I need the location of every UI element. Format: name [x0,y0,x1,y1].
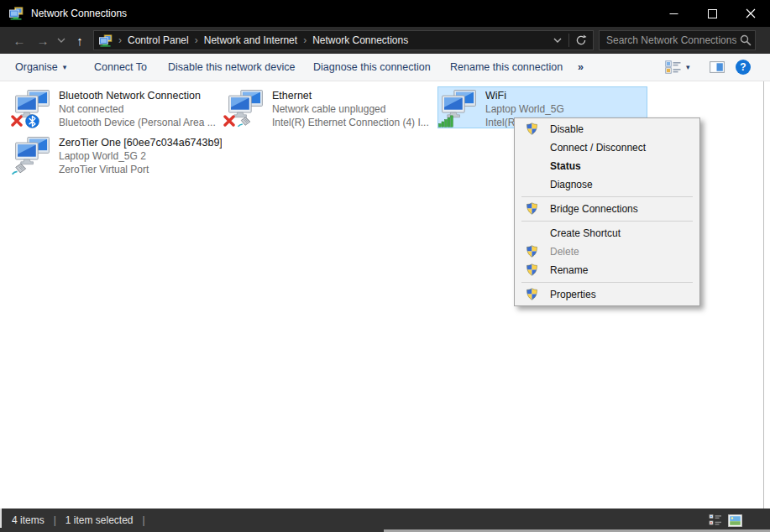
address-dropdown-button[interactable] [547,31,568,50]
disable-device-button[interactable]: Disable this network device [168,54,295,81]
refresh-icon [575,34,587,46]
rename-connection-button[interactable]: Rename this connection [450,54,563,81]
help-button[interactable]: ? [736,54,751,81]
chevron-down-icon [553,38,562,43]
up-button[interactable]: ↑ [69,27,91,54]
disable-device-label: Disable this network device [168,61,295,73]
search-button[interactable] [736,31,755,50]
maximize-button[interactable] [693,0,731,27]
breadcrumb-control-panel[interactable]: Control Panel [128,34,189,46]
command-toolbar: Organise ▾ Connect To Disable this netwo… [0,54,770,81]
chevron-down-icon [57,38,65,43]
connection-name: WiFi [485,89,564,102]
preview-pane-button[interactable] [710,54,725,81]
uac-shield-icon [526,123,538,135]
rj45-plug-icon [238,115,252,128]
connect-to-label: Connect To [94,61,147,73]
menu-item-label: Delete [550,246,579,258]
menu-item-label: Create Shortcut [550,227,621,239]
network-adapter-icon [440,90,480,127]
connection-device: ZeroTier Virtual Port [59,163,222,176]
menu-item-connect-disconnect[interactable]: Connect / Disconnect [515,138,699,157]
search-icon [740,34,752,46]
titlebar: Network Connections [0,0,770,27]
menu-item-properties[interactable]: Properties [515,285,699,304]
connection-device: Intel(R) Ethernet Connection (4) I... [272,116,429,129]
status-bar: 4 items | 1 item selected | [0,509,770,532]
minimize-button[interactable] [654,0,693,27]
uac-shield-icon [526,245,538,258]
address-location-icon [98,34,113,47]
network-connections-app-icon [8,7,24,20]
forward-button[interactable]: → [32,27,54,54]
red-x-icon [223,115,235,127]
change-view-button[interactable] [665,54,682,81]
connection-tile-text: ZeroTier One [60ee7c034a6743b9] Laptop W… [59,134,222,176]
minimize-icon [669,9,678,18]
connection-tile-zerotier[interactable]: ZeroTier One [60ee7c034a6743b9] Laptop W… [12,134,222,176]
connection-status: Not connected [59,102,216,116]
search-input[interactable] [600,34,736,46]
connection-name: ZeroTier One [60ee7c034a6743b9] [59,136,222,149]
menu-item-disable[interactable]: Disable [515,120,699,138]
navigation-bar: ← → ↑ › Control Panel › Network and Inte… [0,27,770,54]
window-left-border [0,509,2,528]
recent-locations-button[interactable] [54,27,69,54]
menu-item-status[interactable]: Status [515,157,699,175]
diagnose-connection-button[interactable]: Diagnose this connection [313,54,431,81]
network-adapter-icon [13,90,54,127]
connection-tile-bluetooth[interactable]: Bluetooth Network Connection Not connect… [12,87,222,129]
menu-item-label: Bridge Connections [550,203,638,215]
network-adapter-icon [13,137,54,174]
menu-item-bridge-connections[interactable]: Bridge Connections [515,200,699,218]
breadcrumb-network-connections[interactable]: Network Connections [312,34,408,46]
breadcrumb-separator-icon: › [113,34,128,46]
large-icons-view-icon [728,514,742,527]
connection-name: Bluetooth Network Connection [59,89,216,102]
window-controls [654,0,770,27]
rj45-plug-icon [12,161,28,175]
status-divider: | [54,514,56,526]
menu-item-label: Disable [550,123,584,135]
connection-tile-ethernet[interactable]: Ethernet Network cable unplugged Intel(R… [225,87,435,129]
red-x-icon [11,115,23,127]
toolbar-overflow-button[interactable]: » [578,54,584,81]
rename-connection-label: Rename this connection [450,61,563,73]
organise-button[interactable]: Organise ▾ [15,54,66,81]
menu-item-label: Status [550,160,581,172]
address-bar-controls [547,31,593,50]
breadcrumb-separator-icon: › [189,34,204,46]
details-view-icon [709,514,722,527]
menu-item-create-shortcut[interactable]: Create Shortcut [515,224,699,243]
overflow-chevron-icon: » [578,61,584,73]
items-count: 4 items [12,514,45,526]
breadcrumb-network-and-internet[interactable]: Network and Internet [204,34,297,46]
connection-tile-text: Bluetooth Network Connection Not connect… [59,87,216,129]
menu-item-label: Connect / Disconnect [550,142,646,154]
connection-status: Laptop World_5G [485,102,564,116]
breadcrumb-separator-icon: › [297,34,312,46]
wifi-signal-icon [438,115,454,128]
change-view-dropdown[interactable]: ▾ [686,54,690,81]
menu-item-diagnose[interactable]: Diagnose [515,175,699,194]
help-icon: ? [736,60,751,75]
back-button[interactable]: ← [8,27,30,54]
window-title: Network Connections [31,8,127,19]
view-toggle-buttons [708,514,742,527]
address-bar[interactable]: › Control Panel › Network and Internet ›… [93,30,594,50]
refresh-button[interactable] [569,31,593,50]
status-divider: | [143,514,145,526]
bluetooth-icon [25,114,39,128]
connection-status: Laptop World_5G 2 [59,149,222,163]
connect-to-button[interactable]: Connect To [94,54,147,81]
network-adapter-icon [227,90,267,127]
caret-down-icon: ▾ [686,63,690,71]
context-menu: Disable Connect / Disconnect Status Diag… [514,117,700,306]
large-icons-view-button[interactable] [728,514,742,527]
close-button[interactable] [731,0,770,27]
menu-separator [521,221,693,222]
connection-name: Ethernet [272,89,429,102]
details-view-button[interactable] [708,514,722,527]
menu-item-rename[interactable]: Rename [515,261,699,279]
maximize-icon [708,9,717,18]
